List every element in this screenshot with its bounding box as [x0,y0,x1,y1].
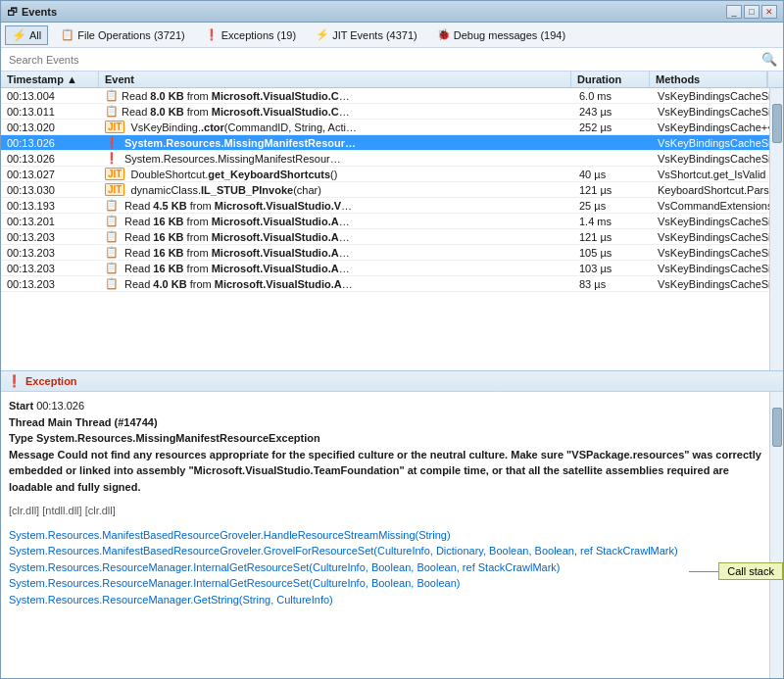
table-row[interactable]: 00:13.193 📋Read 4.5 KB from Microsoft.Vi… [1,198,769,214]
table-row[interactable]: 00:13.203 📋Read 4.0 KB from Microsoft.Vi… [1,276,769,292]
call-link-1[interactable]: System.Resources.ManifestBasedResourceGr… [9,545,678,557]
event-val: Read 16 KB from Microsoft.VisualStudio.A… [124,263,350,274]
detail-body: Start 00:13.026 Thread Main Thread (#147… [1,392,769,678]
cell-ts: 00:13.203 [1,245,99,260]
row-icon-exc: ❗ [105,152,119,165]
col-duration[interactable]: Duration [571,72,650,87]
row-icon-file: 📋 [105,246,119,259]
tab-exceptions[interactable]: ❗ Exceptions (19) [198,25,303,44]
col-methods[interactable]: Methods [650,72,767,87]
event-val: Read 4.5 KB from Microsoft.VisualStudio.… [124,200,352,212]
cell-ts: 00:13.020 [1,120,99,134]
minimize-button[interactable]: _ [726,5,742,19]
col-event[interactable]: Event [99,72,571,87]
cell-duration: 83 µs [573,276,652,291]
table-row[interactable]: 00:13.203 📋Read 16 KB from Microsoft.Vis… [1,245,769,261]
col-timestamp[interactable]: Timestamp ▲ [1,72,99,87]
detail-header: ❗ Exception [1,371,783,392]
row-icon-file: 📋 [105,199,119,212]
table-area: Timestamp ▲ Event Duration Methods 00:13… [1,72,783,370]
cell-duration: 1.4 ms [573,214,652,228]
row-icon-file: 📋 [105,89,119,102]
event-val: System.Resources.MissingManifestResour… [124,137,356,149]
detail-thread-line: Thread Main Thread (#14744) [9,414,761,431]
event-val: dynamicClass.IL_STUB_PInvoke(char) [130,184,320,196]
row-icon-file: 📋 [105,215,119,227]
call-link-3[interactable]: System.Resources.ResourceManager.Interna… [9,577,460,589]
event-val: Read 16 KB from Microsoft.VisualStudio.A… [124,247,350,259]
detail-thread: Main Thread (#14744) [48,416,158,428]
event-val: VsKeyBinding..ctor(CommandID, String, Ac… [130,121,356,133]
call-link-4[interactable]: System.Resources.ResourceManager.GetStri… [9,594,333,606]
detail-separator2 [9,519,761,527]
table-row[interactable]: 00:13.026 ❗System.Resources.MissingManif… [1,151,769,167]
call-link-2[interactable]: System.Resources.ResourceManager.Interna… [9,561,560,573]
cell-ts: 00:13.030 [1,182,99,197]
event-val: Read 8.0 KB from Microsoft.VisualStudio.… [122,90,350,102]
cell-event: ❗System.Resources.MissingManifestResour… [99,151,573,166]
table-row[interactable]: 00:13.203 📋Read 16 KB from Microsoft.Vis… [1,229,769,245]
tab-all-icon: ⚡ [12,28,26,42]
maximize-button[interactable]: □ [744,5,760,19]
row-icon-exc: ❗ [105,136,119,149]
tab-all[interactable]: ⚡ All [5,25,48,45]
cell-ts: 00:13.203 [1,229,99,244]
detail-scrollbar-thumb[interactable] [772,408,782,447]
table-row[interactable]: 00:13.011 📋Read 8.0 KB from Microsoft.Vi… [1,104,769,120]
cell-methods: VsKeyBindingsCacheSince' [652,214,769,228]
table-row[interactable]: 00:13.027 JITDoubleShortcut.get_Keyboard… [1,167,769,182]
tab-jit[interactable]: ⚡ JIT Events (4371) [309,25,424,44]
cell-duration: 103 µs [573,261,652,275]
event-val: Read 8.0 KB from Microsoft.VisualStudio.… [122,106,350,118]
cell-ts: 00:13.201 [1,214,99,228]
cell-duration: 121 µs [573,182,652,197]
window-title: Events [22,6,57,18]
cell-duration: 252 µs [573,120,652,134]
cell-ts: 00:13.026 [1,151,99,166]
detail-body-container: Start 00:13.026 Thread Main Thread (#147… [1,392,783,678]
cell-methods: VsKeyBindingsCacheSince' [652,135,769,150]
event-val: Read 16 KB from Microsoft.VisualStudio.A… [124,216,350,227]
table-scrollbar[interactable] [769,88,783,370]
detail-scrollbar[interactable]: Call stack [769,392,783,678]
tab-file-ops[interactable]: 📋 File Operations (3721) [54,25,191,44]
cell-duration: 40 µs [573,167,652,181]
cell-methods: VsKeyBindingsCacheSince' [652,229,769,244]
row-icon-jit: JIT [105,168,124,180]
tab-debug-icon: 🐞 [437,28,451,41]
search-input[interactable] [5,52,760,68]
detail-type-line: Type System.Resources.MissingManifestRes… [9,430,761,447]
detail-panel: ❗ Exception Start 00:13.026 Thread Main … [1,370,783,678]
call-link-0[interactable]: System.Resources.ManifestBasedResourceGr… [9,529,451,541]
detail-header-icon: ❗ [7,374,22,388]
cell-methods: VsKeyBindingsCacheSince' [652,276,769,291]
table-row[interactable]: 00:13.201 📋Read 16 KB from Microsoft.Vis… [1,214,769,229]
table-row[interactable]: 00:13.020 JITVsKeyBinding..ctor(CommandI… [1,120,769,135]
cell-methods: VsKeyBindingsCacheSince' [652,245,769,260]
tab-all-label: All [29,29,41,41]
tab-jit-icon: ⚡ [316,28,329,41]
scrollbar-thumb[interactable] [772,104,782,143]
cell-duration: 6.0 ms [573,88,652,103]
detail-header-label: Exception [25,375,77,387]
cell-event: JITdynamicClass.IL_STUB_PInvoke(char) [99,182,573,197]
cell-event: 📋Read 16 KB from Microsoft.VisualStudio.… [99,261,573,275]
cell-duration [573,151,652,166]
call-stack-links: System.Resources.ManifestBasedResourceGr… [9,527,761,608]
tab-exceptions-label: Exceptions (19) [221,29,296,41]
callstack-callout: Call stack [689,562,783,580]
table-row-selected[interactable]: 00:13.026 ❗System.Resources.MissingManif… [1,135,769,151]
search-icon[interactable]: 🔍 [760,50,779,69]
event-val: DoubleShortcut.get_KeyboardShortcuts() [130,169,337,180]
tab-file-ops-label: File Operations (3721) [77,29,184,41]
cell-methods: VsKeyBindingsCacheSince' [652,88,769,103]
close-button[interactable]: ✕ [761,5,777,19]
table-row[interactable]: 00:13.203 📋Read 16 KB from Microsoft.Vis… [1,261,769,276]
tab-debug[interactable]: 🐞 Debug messages (194) [430,25,572,44]
table-row[interactable]: 00:13.030 JITdynamicClass.IL_STUB_PInvok… [1,182,769,198]
table-row[interactable]: 00:13.004 📋Read 8.0 KB from Microsoft.Vi… [1,88,769,104]
cell-ts: 00:13.203 [1,261,99,275]
cell-event: 📋Read 16 KB from Microsoft.VisualStudio.… [99,245,573,260]
cell-event: 📋Read 8.0 KB from Microsoft.VisualStudio… [99,104,573,119]
tab-file-ops-icon: 📋 [61,28,74,41]
